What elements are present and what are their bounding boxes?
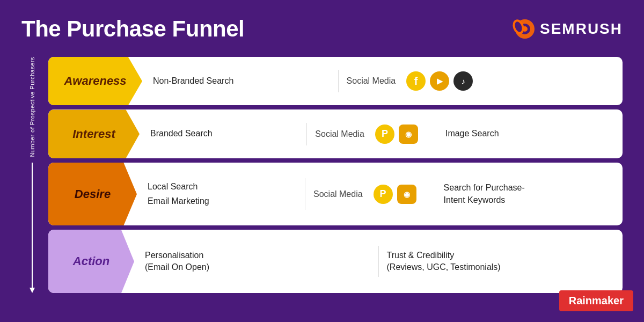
divider-desire-1 bbox=[305, 178, 305, 210]
semrush-logo: SEMRUSH bbox=[509, 17, 623, 41]
social-icons-interest: P ◉ bbox=[375, 125, 418, 144]
rainmaker-badge: Rainmaker bbox=[559, 290, 633, 311]
funnel-row-desire: Desire Local Search Email Marketing Soci… bbox=[48, 163, 623, 226]
rainmaker-label: Rainmaker bbox=[569, 295, 624, 306]
content-section-social-desire: Social Media P ◉ Search for Purchase-Int… bbox=[313, 182, 612, 206]
local-search-text: Local Search bbox=[148, 181, 209, 193]
row-content-action: Personalisation(Email On Open) Trust & C… bbox=[134, 230, 623, 293]
social-icons-awareness: f ▶ ♪ bbox=[406, 71, 473, 91]
tiktok-icon: ♪ bbox=[453, 71, 473, 91]
email-marketing-text: Email Marketing bbox=[148, 195, 209, 207]
stage-label-interest: Interest bbox=[72, 127, 115, 141]
divider-action-1 bbox=[378, 246, 379, 277]
divider-interest-1 bbox=[306, 123, 307, 145]
logo-text: SEMRUSH bbox=[540, 20, 623, 38]
header: The Purchase Funnel SEMRUSH bbox=[21, 16, 623, 42]
axis-container: Number of Prospective Purchasers bbox=[21, 57, 43, 288]
stage-tab-awareness: Awareness bbox=[48, 57, 142, 105]
social-label-desire: Social Media bbox=[313, 189, 363, 199]
content-section-social-interest: Social Media P ◉ Image Search bbox=[315, 125, 612, 144]
stage-label-awareness: Awareness bbox=[64, 74, 126, 88]
social-label-awareness: Social Media bbox=[347, 76, 396, 86]
purchase-intent-text: Search for Purchase-Intent Keywords bbox=[444, 182, 525, 206]
page-title: The Purchase Funnel bbox=[21, 16, 244, 42]
stage-tab-desire: Desire bbox=[48, 163, 137, 226]
axis-label: Number of Prospective Purchasers bbox=[28, 57, 36, 157]
instagram-icon-interest: ◉ bbox=[399, 125, 418, 144]
funnel-rows: Awareness Non-Branded Search Social Medi… bbox=[48, 57, 623, 293]
social-icons-desire: P ◉ bbox=[374, 185, 416, 204]
funnel-row-awareness: Awareness Non-Branded Search Social Medi… bbox=[48, 57, 623, 105]
instagram-icon-desire: ◉ bbox=[397, 185, 416, 204]
row-content-interest: Branded Search Social Media P ◉ Image Se… bbox=[140, 109, 623, 158]
content-section-personalisation: Personalisation(Email On Open) bbox=[145, 250, 370, 274]
content-section-search-awareness: Non-Branded Search bbox=[153, 75, 330, 87]
stage-label-desire: Desire bbox=[75, 187, 111, 201]
divider-awareness-1 bbox=[338, 70, 339, 92]
row-content-awareness: Non-Branded Search Social Media f ▶ ♪ bbox=[142, 57, 623, 105]
personalisation-text: Personalisation(Email On Open) bbox=[145, 250, 209, 274]
content-section-trust: Trust & Credibility(Reviews, UGC, Testim… bbox=[387, 250, 612, 274]
stage-label-action: Action bbox=[73, 254, 109, 268]
axis-line bbox=[32, 163, 33, 288]
search-text-awareness: Non-Branded Search bbox=[153, 75, 233, 87]
funnel-row-interest: Interest Branded Search Social Media P ◉ bbox=[48, 109, 623, 158]
pinterest-icon-interest: P bbox=[375, 125, 394, 144]
stage-tab-action: Action bbox=[48, 230, 134, 293]
row-content-desire: Local Search Email Marketing Social Medi… bbox=[137, 163, 623, 226]
semrush-logo-icon bbox=[509, 17, 536, 41]
search-stack-desire: Local Search Email Marketing bbox=[148, 181, 209, 207]
search-text-interest: Branded Search bbox=[150, 128, 213, 140]
pinterest-icon-desire: P bbox=[374, 185, 393, 204]
main-container: The Purchase Funnel SEMRUSH Number of Pr… bbox=[0, 0, 644, 322]
stage-tab-interest: Interest bbox=[48, 109, 140, 158]
image-search-text: Image Search bbox=[445, 128, 499, 140]
content-section-search-interest: Branded Search bbox=[150, 128, 298, 140]
social-label-interest: Social Media bbox=[315, 129, 364, 139]
youtube-icon: ▶ bbox=[430, 71, 449, 91]
content-section-search-desire: Local Search Email Marketing bbox=[148, 181, 297, 207]
content-section-social-awareness: Social Media f ▶ ♪ bbox=[347, 71, 612, 91]
facebook-icon: f bbox=[406, 71, 426, 91]
funnel-row-action: Action Personalisation(Email On Open) Tr… bbox=[48, 230, 623, 293]
trust-text: Trust & Credibility(Reviews, UGC, Testim… bbox=[387, 250, 501, 274]
